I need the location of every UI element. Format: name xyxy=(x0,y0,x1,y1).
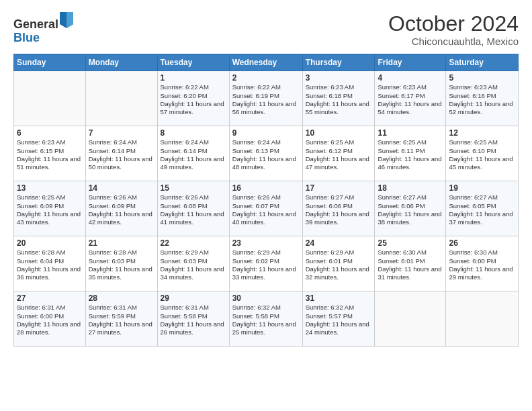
calendar-cell: 14 Sunrise: 6:26 AMSunset: 6:09 PMDaylig… xyxy=(85,181,157,236)
header: General Blue October 2024 Chiconcuauhtla… xyxy=(13,12,519,47)
day-detail: Sunrise: 6:25 AMSunset: 6:09 PMDaylight:… xyxy=(17,193,83,226)
calendar-week-1: 1 Sunrise: 6:22 AMSunset: 6:20 PMDayligh… xyxy=(14,71,519,126)
calendar-cell: 21 Sunrise: 6:28 AMSunset: 6:03 PMDaylig… xyxy=(85,236,157,291)
day-number: 17 xyxy=(306,183,372,193)
calendar-cell: 12 Sunrise: 6:25 AMSunset: 6:10 PMDaylig… xyxy=(446,126,519,181)
calendar-cell: 16 Sunrise: 6:26 AMSunset: 6:07 PMDaylig… xyxy=(229,181,302,236)
day-detail: Sunrise: 6:29 AMSunset: 6:03 PMDaylight:… xyxy=(161,248,226,281)
calendar-cell: 22 Sunrise: 6:29 AMSunset: 6:03 PMDaylig… xyxy=(157,236,229,291)
calendar-cell: 2 Sunrise: 6:22 AMSunset: 6:19 PMDayligh… xyxy=(229,71,302,126)
calendar-cell xyxy=(85,71,157,126)
header-monday: Monday xyxy=(85,54,157,71)
calendar-header: Sunday Monday Tuesday Wednesday Thursday… xyxy=(14,54,519,71)
day-number: 27 xyxy=(17,293,83,303)
calendar-cell: 6 Sunrise: 6:23 AMSunset: 6:15 PMDayligh… xyxy=(14,126,86,181)
day-detail: Sunrise: 6:31 AMSunset: 5:59 PMDaylight:… xyxy=(89,304,154,336)
calendar-week-5: 27 Sunrise: 6:31 AMSunset: 6:00 PMDaylig… xyxy=(14,291,519,347)
day-detail: Sunrise: 6:22 AMSunset: 6:19 PMDaylight:… xyxy=(232,83,300,116)
header-saturday: Saturday xyxy=(446,54,519,71)
logo-text: General xyxy=(13,12,73,32)
day-detail: Sunrise: 6:31 AMSunset: 6:00 PMDaylight:… xyxy=(17,304,83,336)
calendar-week-3: 13 Sunrise: 6:25 AMSunset: 6:09 PMDaylig… xyxy=(14,181,519,236)
day-number: 19 xyxy=(449,183,515,193)
day-number: 10 xyxy=(306,128,372,138)
calendar-cell: 25 Sunrise: 6:30 AMSunset: 6:01 PMDaylig… xyxy=(375,236,446,291)
day-number: 30 xyxy=(232,293,300,303)
day-detail: Sunrise: 6:32 AMSunset: 5:57 PMDaylight:… xyxy=(306,304,372,336)
day-number: 26 xyxy=(449,238,515,248)
header-wednesday: Wednesday xyxy=(229,54,302,71)
day-number: 1 xyxy=(161,73,226,83)
header-friday: Friday xyxy=(375,54,446,71)
day-number: 22 xyxy=(161,238,226,248)
day-detail: Sunrise: 6:24 AMSunset: 6:14 PMDaylight:… xyxy=(89,138,154,171)
calendar-cell: 20 Sunrise: 6:28 AMSunset: 6:04 PMDaylig… xyxy=(14,236,86,291)
day-number: 12 xyxy=(449,128,515,138)
day-detail: Sunrise: 6:24 AMSunset: 6:13 PMDaylight:… xyxy=(232,138,300,171)
calendar-cell xyxy=(375,291,446,347)
header-thursday: Thursday xyxy=(302,54,375,71)
calendar-cell: 11 Sunrise: 6:25 AMSunset: 6:11 PMDaylig… xyxy=(375,126,446,181)
calendar-cell: 13 Sunrise: 6:25 AMSunset: 6:09 PMDaylig… xyxy=(14,181,86,236)
day-detail: Sunrise: 6:30 AMSunset: 6:00 PMDaylight:… xyxy=(449,248,515,281)
page: General Blue October 2024 Chiconcuauhtla… xyxy=(0,0,532,411)
calendar-cell: 15 Sunrise: 6:26 AMSunset: 6:08 PMDaylig… xyxy=(157,181,229,236)
day-detail: Sunrise: 6:28 AMSunset: 6:03 PMDaylight:… xyxy=(89,248,154,281)
day-number: 11 xyxy=(378,128,443,138)
day-detail: Sunrise: 6:30 AMSunset: 6:01 PMDaylight:… xyxy=(378,248,443,281)
day-number: 21 xyxy=(89,238,154,248)
calendar-cell xyxy=(14,71,86,126)
logo-blue: Blue xyxy=(13,31,40,44)
logo: General Blue xyxy=(13,12,73,45)
day-detail: Sunrise: 6:25 AMSunset: 6:12 PMDaylight:… xyxy=(306,138,372,171)
calendar-cell: 4 Sunrise: 6:23 AMSunset: 6:17 PMDayligh… xyxy=(375,71,446,126)
day-detail: Sunrise: 6:29 AMSunset: 6:02 PMDaylight:… xyxy=(232,248,300,281)
calendar-cell: 17 Sunrise: 6:27 AMSunset: 6:06 PMDaylig… xyxy=(302,181,375,236)
calendar-body: 1 Sunrise: 6:22 AMSunset: 6:20 PMDayligh… xyxy=(14,71,519,347)
logo-icon xyxy=(60,12,73,28)
day-number: 8 xyxy=(161,128,226,138)
calendar-cell: 29 Sunrise: 6:31 AMSunset: 5:58 PMDaylig… xyxy=(157,291,229,347)
header-sunday: Sunday xyxy=(14,54,86,71)
calendar-cell: 30 Sunrise: 6:32 AMSunset: 5:58 PMDaylig… xyxy=(229,291,302,347)
day-number: 3 xyxy=(306,73,372,83)
day-detail: Sunrise: 6:23 AMSunset: 6:17 PMDaylight:… xyxy=(378,83,443,116)
header-row: Sunday Monday Tuesday Wednesday Thursday… xyxy=(14,54,519,71)
day-number: 25 xyxy=(378,238,443,248)
logo-blue-text: Blue xyxy=(13,32,73,45)
day-number: 5 xyxy=(449,73,515,83)
day-number: 14 xyxy=(89,183,154,193)
day-detail: Sunrise: 6:32 AMSunset: 5:58 PMDaylight:… xyxy=(232,304,300,336)
calendar-week-4: 20 Sunrise: 6:28 AMSunset: 6:04 PMDaylig… xyxy=(14,236,519,291)
calendar-cell: 31 Sunrise: 6:32 AMSunset: 5:57 PMDaylig… xyxy=(302,291,375,347)
header-tuesday: Tuesday xyxy=(157,54,229,71)
calendar-cell: 27 Sunrise: 6:31 AMSunset: 6:00 PMDaylig… xyxy=(14,291,86,347)
day-detail: Sunrise: 6:27 AMSunset: 6:06 PMDaylight:… xyxy=(306,193,372,226)
day-number: 15 xyxy=(161,183,226,193)
day-number: 31 xyxy=(306,293,372,303)
day-detail: Sunrise: 6:22 AMSunset: 6:20 PMDaylight:… xyxy=(161,83,226,116)
day-detail: Sunrise: 6:26 AMSunset: 6:07 PMDaylight:… xyxy=(232,193,300,226)
day-number: 23 xyxy=(232,238,300,248)
day-detail: Sunrise: 6:31 AMSunset: 5:58 PMDaylight:… xyxy=(161,304,226,336)
day-detail: Sunrise: 6:26 AMSunset: 6:09 PMDaylight:… xyxy=(89,193,154,226)
calendar-cell: 19 Sunrise: 6:27 AMSunset: 6:05 PMDaylig… xyxy=(446,181,519,236)
calendar-cell: 18 Sunrise: 6:27 AMSunset: 6:06 PMDaylig… xyxy=(375,181,446,236)
day-number: 18 xyxy=(378,183,443,193)
calendar-cell: 5 Sunrise: 6:23 AMSunset: 6:16 PMDayligh… xyxy=(446,71,519,126)
page-subtitle: Chiconcuauhtla, Mexico xyxy=(388,36,519,47)
calendar-cell: 9 Sunrise: 6:24 AMSunset: 6:13 PMDayligh… xyxy=(229,126,302,181)
day-detail: Sunrise: 6:29 AMSunset: 6:01 PMDaylight:… xyxy=(306,248,372,281)
day-number: 6 xyxy=(17,128,83,138)
day-detail: Sunrise: 6:27 AMSunset: 6:05 PMDaylight:… xyxy=(449,193,515,226)
calendar-cell: 28 Sunrise: 6:31 AMSunset: 5:59 PMDaylig… xyxy=(85,291,157,347)
day-detail: Sunrise: 6:23 AMSunset: 6:16 PMDaylight:… xyxy=(449,83,515,116)
svg-marker-1 xyxy=(66,12,73,28)
day-number: 24 xyxy=(306,238,372,248)
day-number: 4 xyxy=(378,73,443,83)
day-detail: Sunrise: 6:23 AMSunset: 6:18 PMDaylight:… xyxy=(306,83,372,116)
day-number: 9 xyxy=(232,128,300,138)
logo-general: General xyxy=(13,17,58,31)
day-detail: Sunrise: 6:27 AMSunset: 6:06 PMDaylight:… xyxy=(378,193,443,226)
calendar-cell: 24 Sunrise: 6:29 AMSunset: 6:01 PMDaylig… xyxy=(302,236,375,291)
